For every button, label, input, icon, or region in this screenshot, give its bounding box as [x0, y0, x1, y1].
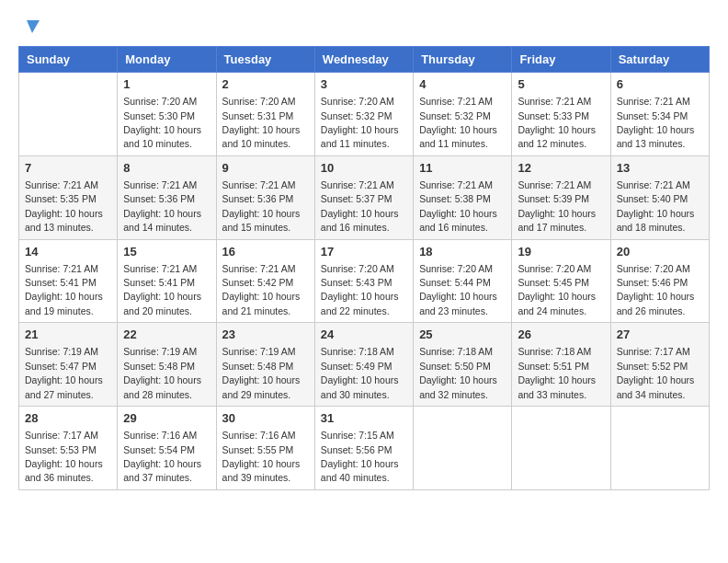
calendar-day-cell	[19, 73, 118, 156]
calendar-day-cell	[610, 407, 709, 490]
day-number: 23	[222, 327, 309, 343]
day-number: 26	[518, 327, 604, 343]
day-number: 19	[518, 244, 604, 260]
calendar-day-cell	[414, 407, 512, 490]
calendar-day-cell: 27Sunrise: 7:17 AM Sunset: 5:52 PM Dayli…	[610, 323, 709, 407]
day-info: Sunrise: 7:19 AM Sunset: 5:48 PM Dayligh…	[123, 346, 201, 399]
day-info: Sunrise: 7:20 AM Sunset: 5:32 PM Dayligh…	[321, 96, 399, 149]
day-number: 5	[518, 76, 604, 93]
day-number: 15	[123, 244, 210, 260]
day-number: 29	[123, 410, 210, 427]
day-info: Sunrise: 7:21 AM Sunset: 5:36 PM Dayligh…	[222, 179, 301, 233]
day-number: 4	[419, 76, 506, 93]
calendar-day-cell: 9Sunrise: 7:21 AM Sunset: 5:36 PM Daylig…	[216, 155, 314, 239]
day-info: Sunrise: 7:21 AM Sunset: 5:34 PM Dayligh…	[617, 96, 695, 149]
calendar-day-cell: 31Sunrise: 7:15 AM Sunset: 5:56 PM Dayli…	[314, 407, 413, 490]
logo	[18, 18, 40, 31]
day-info: Sunrise: 7:20 AM Sunset: 5:31 PM Dayligh…	[222, 96, 301, 149]
logo-bird-icon	[19, 17, 40, 37]
calendar-day-cell: 23Sunrise: 7:19 AM Sunset: 5:48 PM Dayli…	[216, 323, 314, 407]
calendar-day-cell: 24Sunrise: 7:18 AM Sunset: 5:49 PM Dayli…	[314, 323, 413, 407]
day-info: Sunrise: 7:20 AM Sunset: 5:44 PM Dayligh…	[419, 263, 497, 316]
weekday-header-cell: Thursday	[414, 47, 512, 73]
day-info: Sunrise: 7:21 AM Sunset: 5:42 PM Dayligh…	[222, 263, 301, 316]
day-number: 30	[222, 410, 309, 427]
day-number: 6	[617, 76, 703, 93]
weekday-header-row: SundayMondayTuesdayWednesdayThursdayFrid…	[19, 47, 710, 73]
day-number: 17	[321, 244, 407, 260]
calendar-day-cell: 2Sunrise: 7:20 AM Sunset: 5:31 PM Daylig…	[216, 73, 314, 156]
day-number: 2	[222, 76, 309, 93]
day-info: Sunrise: 7:21 AM Sunset: 5:38 PM Dayligh…	[419, 179, 497, 233]
day-number: 24	[321, 327, 407, 343]
calendar-day-cell	[512, 407, 610, 490]
day-info: Sunrise: 7:16 AM Sunset: 5:55 PM Dayligh…	[222, 430, 301, 483]
calendar-table: SundayMondayTuesdayWednesdayThursdayFrid…	[18, 46, 710, 490]
day-number: 10	[321, 160, 407, 177]
day-number: 8	[123, 160, 210, 177]
calendar-day-cell: 11Sunrise: 7:21 AM Sunset: 5:38 PM Dayli…	[414, 155, 512, 239]
day-info: Sunrise: 7:15 AM Sunset: 5:56 PM Dayligh…	[321, 430, 399, 483]
weekday-header-cell: Sunday	[19, 47, 118, 73]
day-number: 14	[25, 244, 111, 260]
day-number: 27	[617, 327, 703, 343]
day-info: Sunrise: 7:20 AM Sunset: 5:46 PM Dayligh…	[617, 263, 695, 316]
day-info: Sunrise: 7:21 AM Sunset: 5:41 PM Dayligh…	[123, 263, 201, 316]
calendar-day-cell: 29Sunrise: 7:16 AM Sunset: 5:54 PM Dayli…	[118, 407, 216, 490]
day-info: Sunrise: 7:18 AM Sunset: 5:51 PM Dayligh…	[518, 346, 596, 399]
day-info: Sunrise: 7:17 AM Sunset: 5:53 PM Dayligh…	[25, 430, 103, 483]
day-number: 25	[419, 327, 506, 343]
calendar-day-cell: 12Sunrise: 7:21 AM Sunset: 5:39 PM Dayli…	[512, 155, 610, 239]
day-number: 12	[518, 160, 604, 177]
day-info: Sunrise: 7:21 AM Sunset: 5:36 PM Dayligh…	[123, 179, 201, 233]
day-number: 13	[617, 160, 703, 177]
day-info: Sunrise: 7:21 AM Sunset: 5:37 PM Dayligh…	[321, 179, 399, 233]
calendar-day-cell: 6Sunrise: 7:21 AM Sunset: 5:34 PM Daylig…	[610, 73, 709, 156]
calendar-day-cell: 19Sunrise: 7:20 AM Sunset: 5:45 PM Dayli…	[512, 239, 610, 323]
day-number: 22	[123, 327, 210, 343]
day-info: Sunrise: 7:19 AM Sunset: 5:48 PM Dayligh…	[222, 346, 301, 399]
calendar-day-cell: 1Sunrise: 7:20 AM Sunset: 5:30 PM Daylig…	[118, 73, 216, 156]
day-number: 9	[222, 160, 309, 177]
calendar-day-cell: 26Sunrise: 7:18 AM Sunset: 5:51 PM Dayli…	[512, 323, 610, 407]
calendar-week-row: 21Sunrise: 7:19 AM Sunset: 5:47 PM Dayli…	[19, 323, 710, 407]
svg-marker-0	[27, 20, 40, 33]
calendar-day-cell: 13Sunrise: 7:21 AM Sunset: 5:40 PM Dayli…	[610, 155, 709, 239]
calendar-day-cell: 4Sunrise: 7:21 AM Sunset: 5:32 PM Daylig…	[414, 73, 512, 156]
day-info: Sunrise: 7:17 AM Sunset: 5:52 PM Dayligh…	[617, 346, 695, 399]
calendar-day-cell: 30Sunrise: 7:16 AM Sunset: 5:55 PM Dayli…	[216, 407, 314, 490]
day-number: 11	[419, 160, 506, 177]
page-header	[18, 18, 710, 31]
calendar-body: 1Sunrise: 7:20 AM Sunset: 5:30 PM Daylig…	[19, 73, 710, 490]
calendar-day-cell: 18Sunrise: 7:20 AM Sunset: 5:44 PM Dayli…	[414, 239, 512, 323]
calendar-day-cell: 28Sunrise: 7:17 AM Sunset: 5:53 PM Dayli…	[19, 407, 118, 490]
weekday-header-cell: Friday	[512, 47, 610, 73]
day-number: 7	[25, 160, 111, 177]
day-number: 3	[321, 76, 407, 93]
calendar-day-cell: 16Sunrise: 7:21 AM Sunset: 5:42 PM Dayli…	[216, 239, 314, 323]
day-info: Sunrise: 7:21 AM Sunset: 5:39 PM Dayligh…	[518, 179, 596, 233]
weekday-header-cell: Wednesday	[314, 47, 413, 73]
day-number: 31	[321, 410, 407, 427]
calendar-day-cell: 10Sunrise: 7:21 AM Sunset: 5:37 PM Dayli…	[314, 155, 413, 239]
calendar-week-row: 1Sunrise: 7:20 AM Sunset: 5:30 PM Daylig…	[19, 73, 710, 156]
weekday-header-cell: Monday	[118, 47, 216, 73]
day-info: Sunrise: 7:21 AM Sunset: 5:40 PM Dayligh…	[617, 179, 695, 233]
day-number: 20	[617, 244, 703, 260]
day-info: Sunrise: 7:18 AM Sunset: 5:50 PM Dayligh…	[419, 346, 497, 399]
calendar-day-cell: 3Sunrise: 7:20 AM Sunset: 5:32 PM Daylig…	[314, 73, 413, 156]
calendar-day-cell: 15Sunrise: 7:21 AM Sunset: 5:41 PM Dayli…	[118, 239, 216, 323]
day-info: Sunrise: 7:19 AM Sunset: 5:47 PM Dayligh…	[25, 346, 103, 399]
day-info: Sunrise: 7:21 AM Sunset: 5:41 PM Dayligh…	[25, 263, 103, 316]
calendar-day-cell: 20Sunrise: 7:20 AM Sunset: 5:46 PM Dayli…	[610, 239, 709, 323]
calendar-day-cell: 22Sunrise: 7:19 AM Sunset: 5:48 PM Dayli…	[118, 323, 216, 407]
calendar-day-cell: 7Sunrise: 7:21 AM Sunset: 5:35 PM Daylig…	[19, 155, 118, 239]
day-info: Sunrise: 7:21 AM Sunset: 5:33 PM Dayligh…	[518, 96, 596, 149]
calendar-day-cell: 8Sunrise: 7:21 AM Sunset: 5:36 PM Daylig…	[118, 155, 216, 239]
calendar-day-cell: 17Sunrise: 7:20 AM Sunset: 5:43 PM Dayli…	[314, 239, 413, 323]
day-info: Sunrise: 7:18 AM Sunset: 5:49 PM Dayligh…	[321, 346, 399, 399]
day-number: 18	[419, 244, 506, 260]
day-info: Sunrise: 7:20 AM Sunset: 5:43 PM Dayligh…	[321, 263, 399, 316]
calendar-week-row: 7Sunrise: 7:21 AM Sunset: 5:35 PM Daylig…	[19, 155, 710, 239]
calendar-week-row: 28Sunrise: 7:17 AM Sunset: 5:53 PM Dayli…	[19, 407, 710, 490]
